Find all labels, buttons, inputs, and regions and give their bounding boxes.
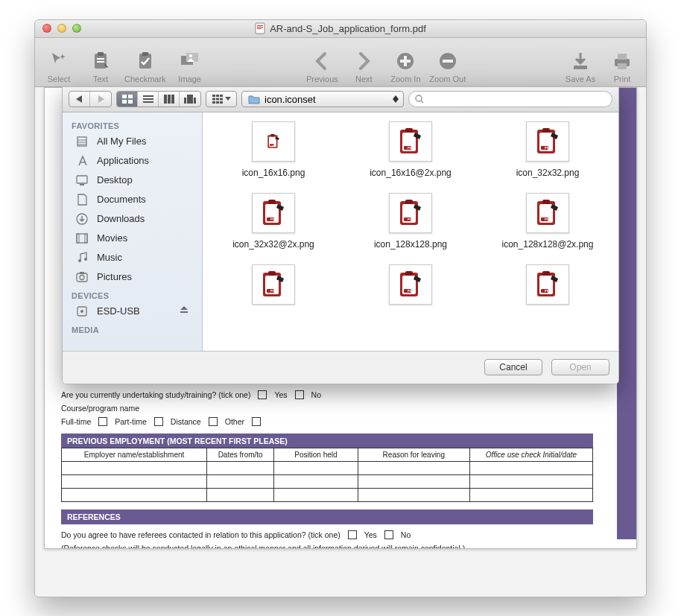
pictures-icon [76, 270, 89, 284]
svg-rect-31 [171, 95, 174, 104]
file-item[interactable]: PDF icon_32x32.png [492, 121, 604, 178]
file-name-label: icon_16x16.png [242, 168, 305, 178]
checkbox-parttime[interactable] [154, 417, 163, 426]
path-dropdown[interactable]: icon.iconset [241, 91, 404, 107]
view-list-button[interactable] [138, 92, 159, 107]
svg-rect-22 [122, 95, 127, 98]
clipboard-text-icon [91, 51, 110, 71]
view-coverflow-button[interactable] [180, 92, 200, 107]
file-item[interactable]: PDF icon_128x128@2x.png [492, 193, 604, 250]
file-name-label: icon_16x16@2x.png [370, 168, 452, 178]
arrange-menu[interactable] [206, 91, 237, 107]
view-icons-button[interactable] [117, 92, 138, 107]
file-thumbnail: PDF [252, 264, 295, 305]
svg-rect-81 [268, 200, 276, 204]
columns-icon [164, 95, 174, 104]
file-name-label: icon_128x128@2x.png [502, 239, 594, 250]
file-item[interactable]: PDF [355, 264, 466, 311]
prev-employment-table: Employer name/establishment Dates from/t… [61, 448, 593, 502]
sidebar-item-downloads[interactable]: Downloads [63, 209, 202, 229]
file-item[interactable]: PDF [218, 264, 329, 311]
tool-next[interactable]: Next [346, 49, 381, 83]
checkbox-fulltime[interactable] [98, 417, 107, 426]
sidebar-item-movies[interactable]: Movies [63, 229, 202, 248]
tool-checkmark[interactable]: Checkmark [124, 49, 166, 83]
download-icon [571, 51, 590, 71]
checkbox-study-yes[interactable] [258, 390, 267, 399]
movies-icon [76, 232, 89, 245]
close-window-button[interactable] [42, 24, 51, 33]
svg-rect-42 [216, 101, 219, 104]
tool-zoom-in[interactable]: Zoom In [387, 49, 423, 83]
tool-text[interactable]: Text [83, 49, 118, 83]
svg-text:PDF: PDF [545, 146, 551, 150]
tool-image[interactable]: Image [172, 49, 208, 83]
favorites-header: FAVORITES [63, 117, 202, 132]
svg-text:PDF: PDF [270, 289, 277, 293]
open-button[interactable]: Open [551, 359, 609, 375]
svg-rect-106 [542, 271, 550, 276]
cancel-button[interactable]: Cancel [484, 359, 542, 375]
coverflow-icon [184, 95, 196, 104]
checkbox-other[interactable] [252, 417, 261, 426]
svg-text:PDF: PDF [272, 144, 276, 145]
svg-rect-71 [405, 128, 413, 133]
checkbox-study-no[interactable] [295, 390, 304, 399]
sheet-toolbar: icon.iconset [63, 87, 618, 112]
triangle-right-icon [98, 95, 104, 103]
study-question-label: Are you currently undertaking study/trai… [61, 390, 250, 399]
sidebar: FAVORITES All My Files Applications Desk… [63, 112, 203, 351]
svg-rect-53 [77, 234, 87, 243]
sidebar-item-all-my-files[interactable]: All My Files [63, 132, 202, 151]
nav-forward-button[interactable] [90, 92, 111, 107]
file-browser-grid[interactable]: PDF icon_16x16.png PDF icon_16x16@2x.png… [203, 112, 618, 351]
minus-circle-icon [438, 51, 457, 71]
sidebar-item-music[interactable]: Music [63, 248, 202, 267]
eject-icon[interactable] [180, 305, 189, 317]
svg-rect-17 [443, 60, 453, 63]
search-field[interactable] [408, 91, 612, 107]
file-item[interactable]: PDF icon_32x32@2x.png [218, 193, 329, 250]
checkbox-distance[interactable] [209, 417, 218, 426]
nav-back-button[interactable] [69, 92, 90, 107]
grid-small-icon [212, 95, 223, 104]
sidebar-item-label: Desktop [97, 174, 133, 185]
sidebar-item-applications[interactable]: Applications [63, 151, 202, 171]
sidebar-item-documents[interactable]: Documents [63, 190, 202, 209]
minimize-window-button[interactable] [57, 24, 66, 33]
tool-zoom-out[interactable]: Zoom Out [429, 49, 466, 83]
file-item[interactable]: PDF icon_16x16@2x.png [355, 121, 466, 178]
svg-rect-28 [143, 101, 153, 103]
svg-rect-25 [128, 100, 133, 104]
references-header: REFERENCES [61, 509, 593, 524]
svg-rect-58 [77, 273, 87, 282]
sidebar-item-pictures[interactable]: Pictures [63, 267, 202, 287]
tool-save-as[interactable]: Save As [563, 49, 598, 83]
svg-rect-35 [212, 95, 215, 97]
file-item[interactable]: PDF [492, 264, 604, 311]
tool-select[interactable]: Select [41, 49, 77, 83]
svg-rect-1 [257, 25, 263, 26]
svg-text:PDF: PDF [545, 289, 551, 293]
applications-icon [76, 154, 89, 168]
svg-rect-27 [143, 98, 153, 100]
printer-icon [612, 51, 632, 71]
zoom-window-button[interactable] [72, 24, 81, 33]
svg-text:PDF: PDF [408, 146, 414, 150]
svg-rect-0 [256, 23, 265, 34]
file-item[interactable]: PDF icon_16x16.png [218, 121, 329, 178]
sidebar-item-desktop[interactable]: Desktop [63, 171, 202, 190]
file-item[interactable]: PDF icon_128x128.png [355, 193, 466, 250]
checkbox-ref-no[interactable] [384, 530, 393, 539]
svg-rect-54 [77, 234, 79, 243]
sidebar-item-esd-usb[interactable]: ESD-USB [63, 302, 202, 321]
tool-print[interactable]: Print [604, 49, 640, 83]
svg-rect-18 [574, 66, 587, 69]
svg-rect-63 [180, 311, 188, 313]
svg-line-45 [421, 101, 423, 103]
tool-previous[interactable]: Previous [304, 49, 340, 83]
checkbox-ref-yes[interactable] [348, 530, 357, 539]
svg-text:PDF: PDF [408, 217, 414, 221]
view-columns-button[interactable] [159, 92, 180, 107]
search-input[interactable] [428, 94, 606, 104]
